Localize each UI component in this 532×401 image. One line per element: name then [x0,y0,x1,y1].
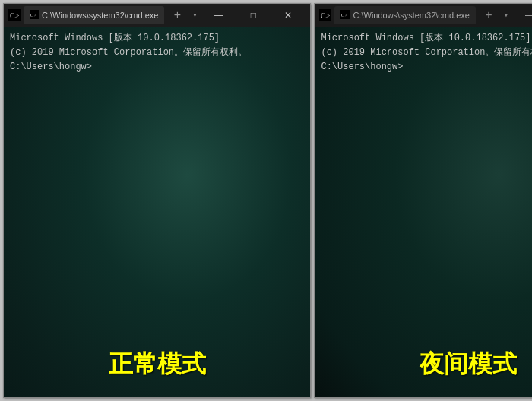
normal-tab-dropdown-button[interactable]: ▾ [188,9,201,21]
normal-mode-label: 正常模式 [109,345,206,382]
normal-line-1: Microsoft Windows [版本 10.0.18362.175] [10,31,304,46]
normal-window-controls: — □ ✕ [201,4,306,27]
night-new-tab-button[interactable]: + [480,7,497,24]
svg-text:C>: C> [341,12,348,18]
main-container: C> C> C:\Windows\system32\cmd.exe + ▾ [0,0,532,401]
normal-tab-label: C:\Windows\system32\cmd.exe [42,11,158,20]
night-titlebar-left: C> C> C:\Windows\system32\cmd.exe + ▾ [319,6,511,24]
normal-cmd-window: C> C> C:\Windows\system32\cmd.exe + ▾ [3,3,311,398]
night-minimize-button[interactable]: — [512,4,532,27]
normal-line-4: C:\Users\hongw> [10,60,304,75]
night-tab-label: C:\Windows\system32\cmd.exe [353,11,469,20]
night-cmd-icon: C> [319,9,331,21]
normal-titlebar-left: C> C> C:\Windows\system32\cmd.exe + ▾ [8,6,201,24]
night-line-4: C:\Users\hongw> [321,60,532,75]
night-cmd-output: Microsoft Windows [版本 10.0.18362.175] (c… [321,31,532,75]
normal-tab-icon: C> [30,10,39,21]
normal-maximize-button[interactable]: □ [236,4,271,27]
night-cmd-body: Microsoft Windows [版本 10.0.18362.175] (c… [315,27,532,397]
night-line-1: Microsoft Windows [版本 10.0.18362.175] [321,31,532,46]
normal-active-tab[interactable]: C> C:\Windows\system32\cmd.exe [24,6,164,24]
normal-cmd-output: Microsoft Windows [版本 10.0.18362.175] (c… [10,31,304,75]
svg-text:C>: C> [321,11,331,20]
night-active-tab[interactable]: C> C:\Windows\system32\cmd.exe [334,6,475,24]
night-mode-label: 夜间模式 [420,345,517,382]
night-cmd-window: C> C> C:\Windows\system32\cmd.exe + ▾ [314,3,532,398]
svg-text:C>: C> [30,12,37,18]
normal-cmd-icon: C> [8,9,21,21]
night-line-2: (c) 2019 Microsoft Corporation。保留所有权利。 [321,46,532,60]
normal-titlebar: C> C> C:\Windows\system32\cmd.exe + ▾ [4,4,310,27]
night-tab-dropdown-button[interactable]: ▾ [500,9,512,21]
svg-text:C>: C> [10,11,20,20]
night-titlebar: C> C> C:\Windows\system32\cmd.exe + ▾ [315,4,532,27]
normal-minimize-button[interactable]: — [201,4,236,27]
normal-new-tab-button[interactable]: + [169,7,185,24]
night-tab-icon: C> [340,10,350,21]
normal-line-2: (c) 2019 Microsoft Corporation。保留所有权利。 [10,46,304,60]
normal-close-button[interactable]: ✕ [271,4,306,27]
normal-cmd-body: Microsoft Windows [版本 10.0.18362.175] (c… [4,27,310,397]
night-window-controls: — □ ✕ [512,4,532,27]
